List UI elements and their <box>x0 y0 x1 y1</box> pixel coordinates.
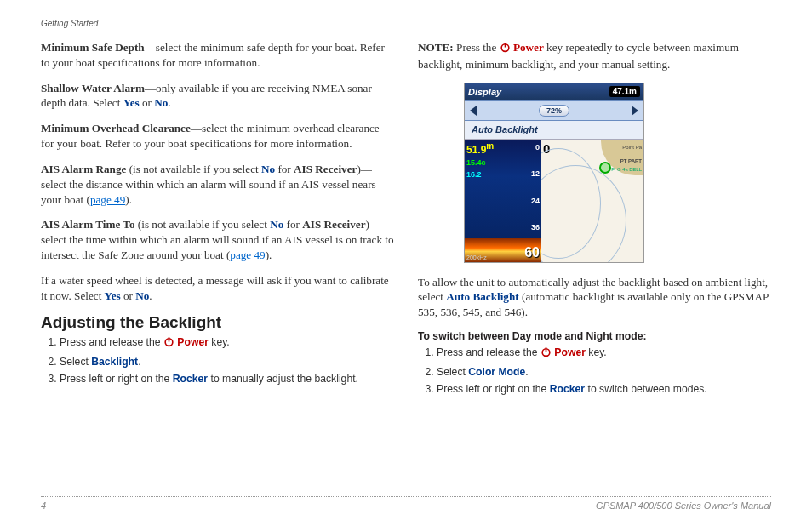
para-ais-time: AIS Alarm Time To (is not available if y… <box>41 217 394 262</box>
power-label: Power <box>177 336 209 348</box>
ais-receiver: AIS Receiver <box>302 218 365 231</box>
label: Minimum Overhead Clearance <box>41 122 191 134</box>
text: Press and release the <box>60 336 163 348</box>
map-label: Fl G 4s BELL <box>611 167 642 172</box>
text: for <box>275 163 294 175</box>
no-option: No <box>261 163 275 175</box>
sonar-big: 60 <box>524 245 540 260</box>
power-label: Power <box>513 41 544 54</box>
label: AIS Alarm Range <box>41 163 126 175</box>
text: ). <box>266 249 272 261</box>
text: Press left or right on the <box>60 373 173 385</box>
step-1: Press and release the Power key. <box>60 335 394 351</box>
step-1: Press and release the Power key. <box>437 346 771 361</box>
text: . <box>525 366 528 378</box>
text: for <box>283 218 302 231</box>
yes-option: Yes <box>123 96 140 109</box>
right-column: NOTE: Press the Power key repeatedly to … <box>418 40 771 404</box>
top-value: 47.1m <box>609 86 640 97</box>
rocker-label: Rocker <box>550 383 585 395</box>
page-link-49[interactable]: page 49 <box>230 249 265 261</box>
auto-backlight-option: Auto Backlight <box>446 290 518 303</box>
no-option: No <box>135 289 149 302</box>
power-icon <box>500 42 511 57</box>
text: to switch between modes. <box>585 383 707 395</box>
depth-3: 16.2 <box>466 170 482 179</box>
text: . <box>138 356 140 368</box>
tick: 0 <box>531 143 540 152</box>
page-footer: 4 GPSMAP 400/500 Series Owner's Manual <box>41 496 771 511</box>
screenshot-titlebar: Display 47.1m <box>465 83 643 100</box>
note-label: NOTE: <box>418 41 454 54</box>
text: (is not available if you select <box>135 218 271 231</box>
yes-option: Yes <box>105 289 121 302</box>
depth-main: 51.9 <box>466 144 486 156</box>
page-header: Getting Started <box>41 19 771 31</box>
sonar-panel: 51.9m 15.4c 16.2 0 12 24 36 48 200kHz 60 <box>465 140 541 262</box>
power-icon <box>540 346 552 361</box>
text: . <box>149 289 152 302</box>
auto-backlight-row[interactable]: Auto Backlight <box>465 121 643 140</box>
map-label: Point Pa <box>622 145 642 150</box>
text: to manually adjust the backlight. <box>208 373 358 385</box>
power-icon <box>163 336 174 351</box>
boat-marker-icon <box>599 162 611 174</box>
text: key. <box>586 346 607 358</box>
text: Press the <box>454 41 500 54</box>
para-auto-backlight: To allow the unit to automatically adjus… <box>418 275 771 320</box>
tick: 36 <box>531 223 540 232</box>
para-shallow-water: Shallow Water Alarm—only available if yo… <box>41 81 394 111</box>
color-mode-option: Color Mode <box>468 366 525 378</box>
text: . <box>168 96 170 109</box>
map-panel: 0 Point Pa PT PART Fl G 4s BELL <box>541 140 643 262</box>
arrow-right-icon[interactable] <box>632 106 638 116</box>
depth-2: 15.4c <box>466 158 486 167</box>
ais-receiver: AIS Receiver <box>294 163 357 175</box>
para-water-speed: If a water speed wheel is detected, a me… <box>41 273 394 304</box>
device-screenshot: Display 47.1m 72% Auto Backlight 51.9m 1… <box>464 83 644 263</box>
text: or <box>140 96 155 109</box>
slider-value: 72% <box>539 105 569 117</box>
rocker-label: Rocker <box>173 373 208 385</box>
content-columns: Minimum Safe Depth—select the minimum sa… <box>41 40 771 404</box>
text: Press and release the <box>437 346 540 358</box>
page-number: 4 <box>41 500 46 511</box>
text: Select <box>437 366 468 378</box>
chart-area: 51.9m 15.4c 16.2 0 12 24 36 48 200kHz 60 <box>465 140 643 262</box>
heading-adjust-backlight: Adjusting the Backlight <box>41 313 394 332</box>
depth-unit: m <box>486 141 494 151</box>
para-ais-range: AIS Alarm Range (is not available if you… <box>41 162 394 207</box>
text: key. <box>209 336 230 348</box>
label: AIS Alarm Time To <box>41 218 135 231</box>
map-label: PT PART <box>620 158 642 163</box>
step-2: Select Color Mode. <box>437 365 771 379</box>
text: If a water speed wheel is detected, a me… <box>41 274 389 302</box>
steps-backlight: Press and release the Power key. Select … <box>41 335 394 386</box>
page-link-49[interactable]: page 49 <box>90 193 125 206</box>
step-3: Press left or right on the Rocker to swi… <box>437 382 771 396</box>
power-label: Power <box>554 346 586 358</box>
para-min-safe-depth: Minimum Safe Depth—select the minimum sa… <box>41 40 394 71</box>
left-column: Minimum Safe Depth—select the minimum sa… <box>41 40 394 404</box>
display-label: Display <box>468 87 501 97</box>
backlight-slider[interactable]: 72% <box>465 100 643 121</box>
tick: 24 <box>531 197 540 205</box>
text: Press left or right on the <box>437 383 550 395</box>
depth-readings: 51.9m 15.4c 16.2 <box>466 141 494 180</box>
sonar-freq: 200kHz <box>466 254 487 260</box>
backlight-option: Backlight <box>91 356 138 368</box>
para-note: NOTE: Press the Power key repeatedly to … <box>418 40 771 72</box>
text: (is not available if you select <box>126 163 261 175</box>
text: or <box>121 289 136 302</box>
label: Minimum Safe Depth <box>41 41 145 54</box>
tick: 12 <box>531 169 540 178</box>
steps-color-mode: Press and release the Power key. Select … <box>418 346 771 396</box>
step-2: Select Backlight. <box>60 355 394 369</box>
text: ). <box>125 193 132 206</box>
text: Select <box>60 356 91 368</box>
heading-switch-mode: To switch between Day mode and Night mod… <box>418 330 771 342</box>
label: Shallow Water Alarm <box>41 82 145 94</box>
map-contour <box>541 165 626 262</box>
arrow-left-icon[interactable] <box>470 106 477 116</box>
para-min-overhead: Minimum Overhead Clearance—select the mi… <box>41 121 394 152</box>
